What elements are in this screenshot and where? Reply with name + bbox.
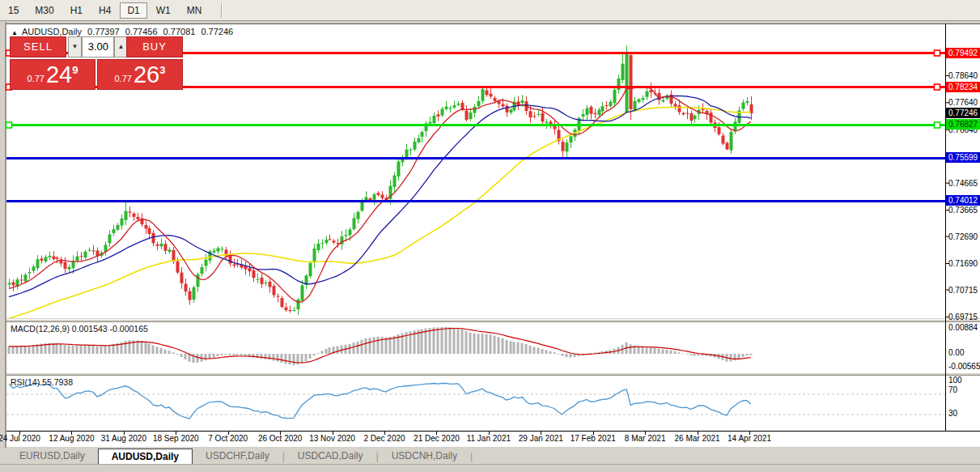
panel-splitter-2[interactable] [6,372,980,376]
date-axis-label: 11 Jan 2021 [467,434,511,443]
date-axis-label: 2 Dec 2020 [363,434,405,443]
date-axis-label: 21 Dec 2020 [414,434,460,443]
rsi-axis-70: 70 [948,385,957,394]
price-axis-label: 0.71690 [948,258,980,269]
ohlc-close: 0.77246 [201,27,233,36]
sell-price-panel[interactable]: 0.77 24 9 [10,59,95,90]
ohlc-low: 0.77081 [163,27,196,36]
timeframe-toolbar: 15 M30 H1 H4 D1 W1 MN [0,0,980,21]
macd-axis-max: 0.00884 [948,323,978,332]
tab-audusd[interactable]: AUDUSD,Daily [98,449,193,464]
macd-indicator-label: MACD(12,26,9) 0.001543 -0.000165 [11,324,148,334]
price-axis-label: 0.70715 [948,285,980,296]
sell-price-pip: 9 [72,60,78,76]
price-axis-label: 0.73665 [948,205,980,215]
date-axis-label: 14 Apr 2021 [728,434,771,443]
date-axis-label: 26 Oct 2020 [258,434,302,443]
price-line-badge: 0.78234 [946,82,980,92]
tf-button-h1[interactable]: H1 [63,2,90,19]
tab-eurusd[interactable]: EURUSD,Daily [6,449,98,464]
collapse-triangle-icon[interactable]: ▲ [11,29,18,36]
symbol-name: AUDUSD,Daily [22,27,82,36]
buy-price-prefix: 0.77 [115,74,132,89]
date-axis-label: 13 Nov 2020 [309,434,355,443]
buy-button[interactable]: BUY [126,36,183,57]
price-line-badge: 0.75599 [946,152,980,163]
buy-price-pip: 3 [159,60,165,76]
price-line-badge: 0.79492 [946,48,980,58]
buy-price-main: 26 [134,62,159,88]
up-arrow-icon: ▲ [118,43,125,50]
toolbar-divider [221,3,223,18]
tab-usdchf[interactable]: USDCHF,Daily [193,449,282,464]
buy-price-panel[interactable]: 0.77 26 3 [97,59,183,90]
one-click-trading-panel: SELL ▼ 3.00 ▲ BUY 0.77 24 9 0.77 26 3 [8,36,185,90]
macd-axis-min: -0.00565 [948,362,980,371]
volume-input[interactable]: 3.00 [82,36,114,57]
date-axis-label: 12 Aug 2020 [49,434,94,443]
tf-button-m15[interactable]: 15 [1,2,26,19]
sell-button[interactable]: SELL [10,36,66,57]
bottom-scroll-strip[interactable] [0,464,980,472]
price-axis-label: 0.77640 [948,97,980,108]
tf-button-d1[interactable]: D1 [120,2,146,19]
sell-price-prefix: 0.77 [28,74,45,89]
price-line-badge: 0.74012 [946,195,980,206]
tab-usdcad[interactable]: USDCAD,Daily [285,449,376,464]
date-axis-label: 24 Jul 2020 [0,434,40,443]
ohlc-open: 0.77397 [87,27,120,36]
date-axis-label: 7 Oct 2020 [208,434,248,443]
ohlc-high: 0.77456 [125,27,158,36]
date-axis-label: 31 Aug 2020 [101,434,146,443]
price-axis-label: 0.74665 [948,178,980,189]
price-line-badge: 0.77246 [946,108,980,118]
rsi-axis-100: 100 [948,376,962,385]
date-axis-label: 8 Mar 2021 [625,434,666,443]
date-axis-label: 29 Jan 2021 [519,434,563,443]
price-line-badge: 0.76827 [946,119,980,130]
price-axis-label: 0.72690 [948,232,980,242]
tf-button-m30[interactable]: M30 [28,2,61,19]
price-axis-label: 0.78640 [948,70,980,81]
tf-button-h4[interactable]: H4 [91,2,118,19]
chart-title: ▲AUDUSD,Daily 0.77397 0.77456 0.77081 0.… [11,27,236,36]
sell-price-main: 24 [46,62,72,88]
date-axis-label: 18 Sep 2020 [153,434,199,443]
rsi-axis-30: 30 [948,409,957,418]
tab-usdcnh[interactable]: USDCNH,Daily [379,449,470,464]
volume-decrease-button[interactable]: ▼ [68,36,82,57]
rsi-plot[interactable] [6,376,980,431]
macd-axis-zero: 0.00 [948,348,964,357]
panel-splitter-1[interactable] [6,319,980,322]
macd-plot[interactable] [6,322,980,372]
date-axis-label: 17 Feb 2021 [571,434,616,443]
rsi-indicator-label: RSI(14) 55.7938 [11,377,73,387]
tf-button-w1[interactable]: W1 [149,2,178,19]
tab-separator: | [470,449,473,464]
down-arrow-icon: ▼ [72,43,78,50]
date-axis-label: 26 Mar 2021 [675,434,720,443]
price-axis-label: 0.69715 [948,312,980,322]
symbol-tab-bar: EURUSD,Daily AUDUSD,Daily USDCHF,Daily |… [0,448,980,464]
tf-button-mn[interactable]: MN [180,2,210,19]
